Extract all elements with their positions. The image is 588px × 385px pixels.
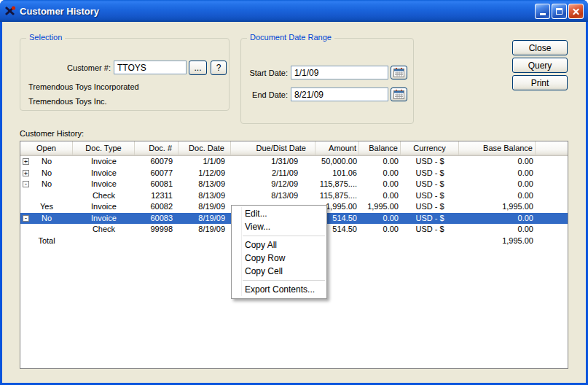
- cell-text: USD - $: [415, 225, 444, 233]
- cell: 0.00: [359, 179, 401, 190]
- cell: -No: [20, 179, 73, 190]
- cell: 60077: [135, 168, 179, 179]
- cell: 0.00: [459, 190, 536, 202]
- column-header-7[interactable]: Currency: [401, 141, 459, 155]
- cell: 8/13/09: [179, 179, 231, 190]
- cell: USD - $: [401, 224, 459, 236]
- cell: 0.00: [459, 224, 536, 236]
- cell-filler: [536, 168, 568, 179]
- menu-separator: [243, 236, 325, 236]
- cell-text: Check: [93, 225, 115, 233]
- table-row[interactable]: +NoInvoice600771/12/092/11/09101.060.00U…: [20, 168, 568, 179]
- browse-button[interactable]: ...: [189, 61, 207, 75]
- cell-filler: [536, 236, 568, 247]
- table-row[interactable]: +NoInvoice600791/1/091/31/0950,000.000.0…: [20, 156, 568, 168]
- cell-text: 0.00: [383, 191, 399, 200]
- cell-text: 8/13/09: [198, 179, 225, 188]
- expand-icon[interactable]: +: [23, 170, 29, 176]
- menu-item[interactable]: Copy Row: [232, 252, 326, 265]
- help-button[interactable]: ?: [211, 61, 227, 75]
- end-date-label: End Date:: [243, 90, 288, 99]
- query-button[interactable]: Query: [512, 58, 568, 73]
- start-date-input[interactable]: [291, 66, 388, 79]
- column-header-1[interactable]: Doc. Type: [73, 141, 135, 155]
- cell-text: 8/13/09: [198, 191, 225, 200]
- close-window-button[interactable]: [568, 4, 584, 19]
- cell: USD - $: [401, 190, 459, 202]
- cell: 60083: [135, 213, 179, 225]
- cell: 60079: [135, 156, 179, 168]
- collapse-icon[interactable]: -: [23, 215, 29, 222]
- cell-filler: [536, 179, 568, 190]
- cell: Invoice: [73, 213, 135, 225]
- cell-filler: [536, 224, 568, 236]
- print-button[interactable]: Print: [512, 75, 568, 90]
- cell-filler: [536, 190, 568, 202]
- minimize-button[interactable]: [535, 4, 550, 19]
- cell: Check: [73, 224, 135, 236]
- cell: Invoice: [73, 168, 135, 179]
- cell: 60081: [135, 179, 179, 190]
- cell-text: 0.00: [383, 214, 399, 222]
- start-date-calendar-button[interactable]: [391, 66, 407, 79]
- column-header-3[interactable]: Doc. Date: [179, 141, 231, 155]
- start-date-label: Start Date:: [243, 69, 288, 77]
- cell-text: 8/19/09: [198, 214, 225, 222]
- menu-item[interactable]: Export Contents...: [232, 283, 326, 296]
- column-header-8[interactable]: Base Balance: [459, 141, 536, 155]
- cell-text: 115,875....: [320, 191, 357, 200]
- client-area: Selection Customer #: ... ? Tremendous T…: [2, 22, 586, 383]
- cell: 60082: [135, 201, 179, 213]
- selection-group-title: Selection: [26, 33, 65, 42]
- menu-item[interactable]: Edit...: [232, 207, 326, 220]
- cell-text: USD - $: [415, 202, 444, 211]
- cell: 0.00: [359, 156, 401, 168]
- column-header-2[interactable]: Doc. #: [135, 141, 179, 155]
- cell-text: No: [42, 179, 52, 188]
- cell: 1/1/09: [179, 156, 231, 168]
- customer-number-input[interactable]: [114, 61, 187, 74]
- column-header-filler: [536, 141, 568, 155]
- column-header-5[interactable]: Amount: [315, 141, 359, 155]
- cell-text: Invoice: [91, 168, 117, 177]
- cell-text: Invoice: [91, 157, 117, 166]
- cell: +No: [20, 168, 73, 179]
- cell-text: 0.00: [383, 157, 399, 166]
- cell: 99998: [135, 224, 179, 236]
- table-row[interactable]: -NoInvoice600818/13/099/12/09115,875....…: [20, 179, 568, 190]
- menu-item[interactable]: View...: [232, 220, 326, 233]
- titlebar[interactable]: Customer History: [0, 0, 588, 22]
- cell: 0.00: [459, 156, 536, 168]
- column-header-6[interactable]: Balance: [359, 141, 401, 155]
- menu-separator: [243, 280, 325, 281]
- expand-icon[interactable]: +: [23, 158, 29, 165]
- close-action-button[interactable]: Close: [512, 40, 568, 55]
- cell-text: Total: [38, 236, 55, 245]
- calendar-icon: [393, 68, 404, 77]
- date-range-group-title: Document Date Range: [247, 33, 334, 42]
- minimize-icon: [540, 13, 546, 15]
- cell-text: 1/31/09: [271, 157, 298, 166]
- cell-text: Check: [93, 191, 115, 200]
- cell-text: 1,995.00: [326, 202, 357, 211]
- maximize-button[interactable]: [552, 4, 567, 19]
- collapse-icon[interactable]: -: [23, 181, 29, 187]
- end-date-input[interactable]: [291, 88, 388, 101]
- table-row[interactable]: Check123118/13/098/13/09115,875....0.00U…: [20, 190, 568, 202]
- end-date-calendar-button[interactable]: [391, 88, 407, 101]
- cell-text: 1,995.00: [502, 236, 533, 245]
- cell-text: 0.00: [383, 168, 399, 177]
- cell: 0.00: [359, 213, 401, 225]
- cell-text: 99998: [150, 225, 173, 233]
- cell: 1/31/09: [231, 156, 315, 168]
- cell: 2/11/09: [231, 168, 315, 179]
- cell: [73, 236, 135, 247]
- cell-text: Invoice: [91, 179, 117, 188]
- menu-item[interactable]: Copy All: [232, 238, 326, 252]
- cell: 8/19/09: [179, 213, 231, 225]
- cell: 1,995.00: [459, 201, 536, 213]
- cell-text: Invoice: [91, 202, 117, 211]
- column-header-4[interactable]: Due/Dist Date: [231, 141, 315, 155]
- menu-item[interactable]: Copy Cell: [232, 265, 326, 278]
- column-header-0[interactable]: Open: [20, 141, 73, 155]
